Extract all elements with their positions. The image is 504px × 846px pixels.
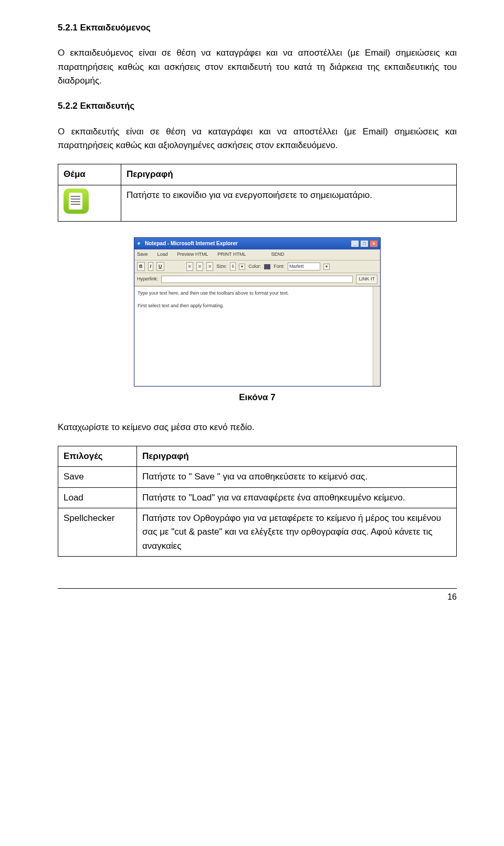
italic-button[interactable]: I (148, 262, 154, 271)
section-521-heading: 5.2.1 Εκπαιδευόμενος (58, 21, 457, 35)
notepad-icon (64, 189, 89, 214)
table-row: Load Πατήστε το "Load" για να επαναφέρετ… (58, 487, 457, 508)
ie-icon (136, 241, 143, 247)
size-select[interactable]: 6 (230, 263, 236, 271)
color-swatch[interactable] (264, 264, 270, 269)
format-toolbar: B I U ≡ ≡ ≡ Size: 6 ▾ Color: Font: Marle… (134, 260, 380, 274)
menu-load[interactable]: Load (158, 251, 168, 258)
editor-line1: Type your text here, and then use the to… (138, 290, 377, 297)
align-left-button[interactable]: ≡ (186, 262, 193, 271)
bold-button[interactable]: B (137, 262, 145, 271)
font-label: Font: (274, 263, 285, 270)
section-522-heading: 5.2.2 Εκπαιδευτής (58, 99, 457, 113)
editor-line2: First select text and then apply formati… (138, 302, 377, 310)
hyperlink-row: Hyperlink: LINK IT (134, 273, 380, 286)
desc-save: Πατήστε το " Save " για να αποθηκεύσετε … (137, 467, 457, 487)
section-521-para: Ο εκπαιδευόμενος είναι σε θέση να καταγρ… (58, 46, 457, 88)
underline-button[interactable]: U (156, 262, 164, 271)
desc-spellchecker: Πατήστε τον Ορθογράφο για να μεταφέρετε … (137, 508, 457, 557)
opt-spellchecker: Spellchecker (58, 508, 137, 557)
notepad-window: Notepad - Microsoft Internet Explorer _ … (134, 237, 381, 387)
size-label: Size: (216, 263, 227, 270)
hyperlink-input[interactable] (161, 276, 353, 283)
options-table: Επιλογές Περιγραφή Save Πατήστε το " Sav… (58, 446, 457, 557)
minimize-button[interactable]: _ (351, 240, 359, 247)
table-row: Πατήστε το εικονίδιο για να ενεργοποιήσε… (58, 185, 457, 221)
after-image-para: Καταχωρίστε το κείμενο σας μέσα στο κενό… (58, 421, 457, 434)
scrollbar[interactable] (373, 287, 380, 386)
size-dropdown-icon[interactable]: ▾ (239, 264, 245, 270)
maximize-button[interactable]: □ (360, 240, 369, 247)
opt-load: Load (58, 487, 137, 508)
linkit-button[interactable]: LINK IT (356, 275, 377, 284)
icon-cell (58, 185, 121, 221)
color-label: Color: (248, 263, 261, 270)
menu-row: Save Load Preview HTML PRINT HTML SEND (134, 249, 380, 260)
menu-save[interactable]: Save (137, 251, 148, 258)
align-right-button[interactable]: ≡ (206, 262, 213, 271)
hyperlink-label: Hyperlink: (137, 276, 158, 283)
window-title: Notepad - Microsoft Internet Explorer (145, 239, 238, 248)
table2-th-options: Επιλογές (58, 446, 137, 467)
editor-area[interactable]: Type your text here, and then use the to… (134, 286, 380, 386)
align-center-button[interactable]: ≡ (196, 262, 203, 271)
section-522-para: Ο εκπαιδευτής είναι σε θέση να καταγράφε… (58, 125, 457, 153)
menu-print-html[interactable]: PRINT HTML (218, 251, 246, 258)
icon-description-table: Θέμα Περιγραφή Πατήστε το εικονίδιο για … (58, 164, 457, 222)
table1-th-desc: Περιγραφή (121, 164, 457, 185)
close-button[interactable]: × (370, 240, 378, 247)
window-titlebar: Notepad - Microsoft Internet Explorer _ … (134, 238, 380, 249)
page-number: 16 (58, 589, 457, 604)
menu-send[interactable]: SEND (271, 251, 284, 258)
desc-load: Πατήστε το "Load" για να επαναφέρετε ένα… (137, 487, 457, 508)
figure-caption: Εικόνα 7 (58, 391, 457, 404)
menu-preview-html[interactable]: Preview HTML (177, 251, 208, 258)
font-select[interactable]: Marlett (288, 263, 320, 271)
font-dropdown-icon[interactable]: ▾ (323, 264, 330, 270)
table1-row1-desc: Πατήστε το εικονίδιο για να ενεργοποιήσε… (121, 185, 457, 221)
table-row: Save Πατήστε το " Save " για να αποθηκεύ… (58, 467, 457, 487)
table2-th-desc: Περιγραφή (137, 446, 457, 467)
table-row: Spellchecker Πατήστε τον Ορθογράφο για ν… (58, 508, 457, 557)
opt-save: Save (58, 467, 137, 487)
table1-th-topic: Θέμα (58, 164, 121, 185)
